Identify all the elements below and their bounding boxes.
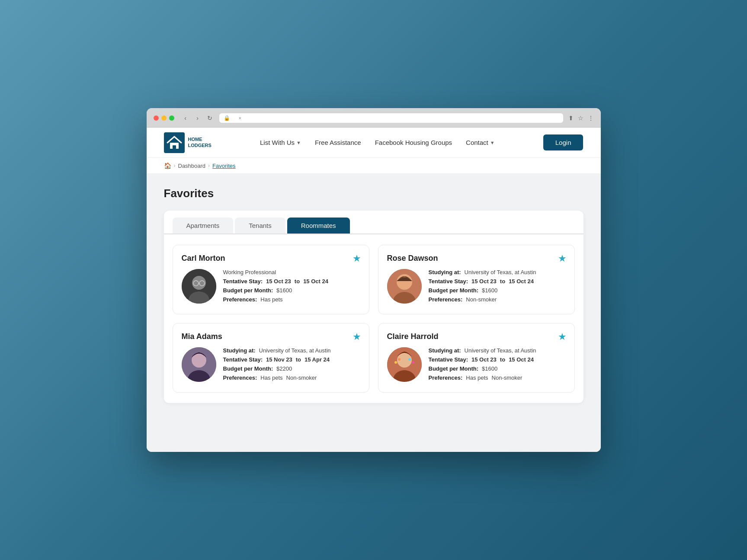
tab-roommates[interactable]: Roommates: [287, 218, 350, 234]
browser-titlebar: ‹ › ↻ 🔒 × ⬆ ☆ ⋮: [147, 108, 601, 128]
logo-area: HOMELODGERS: [164, 132, 212, 153]
lock-icon: 🔒: [224, 115, 230, 121]
favorite-star-claire[interactable]: ★: [558, 331, 567, 342]
minimize-dot[interactable]: [161, 115, 167, 121]
browser-actions: ⬆ ☆ ⋮: [568, 115, 594, 122]
budget-row-mia: Budget per Month: $2200: [223, 365, 360, 372]
card-name-rose: Rose Dawson: [387, 254, 566, 263]
svg-point-4: [192, 276, 206, 290]
nav-links: List With Us ▼ Free Assistance Facebook …: [260, 139, 495, 146]
close-dot[interactable]: [154, 115, 159, 121]
avatar-carl: [182, 269, 216, 304]
page-title: Favorites: [164, 187, 583, 200]
tabs-card: Apartments Tenants Roommates Carl Morton…: [164, 211, 583, 403]
pref-row-mia: Preferences: Has pets Non-smoker: [223, 374, 360, 381]
studying-row-mia: Studying at: University of Texas, at Aus…: [223, 347, 360, 354]
forward-button[interactable]: ›: [193, 115, 202, 122]
nav-facebook-groups[interactable]: Facebook Housing Groups: [375, 139, 452, 146]
logo-text: HOMELODGERS: [188, 137, 212, 148]
bookmark-icon[interactable]: ☆: [578, 115, 583, 122]
login-button[interactable]: Login: [543, 134, 583, 150]
pref-row-carl: Preferences: Has pets: [223, 296, 360, 303]
avatar-claire: [387, 347, 422, 382]
stay-row-mia: Tentative Stay: 15 Nov 23 to 15 Apr 24: [223, 356, 360, 363]
card-details-claire: Studying at: University of Texas, at Aus…: [429, 347, 566, 384]
chevron-down-icon-contact: ▼: [490, 140, 495, 145]
nav-free-assistance[interactable]: Free Assistance: [315, 139, 361, 146]
stay-row-rose: Tentative Stay: 15 Oct 23 to 15 Oct 24: [429, 278, 566, 285]
chevron-down-icon: ▼: [296, 140, 301, 145]
tab-tenants[interactable]: Tenants: [235, 218, 285, 234]
roommate-card-claire: Claire Harrold ★: [378, 323, 575, 393]
budget-row-rose: Budget per Month: $1600: [429, 287, 566, 294]
pref-non-smoker-mia: Non-smoker: [286, 374, 317, 381]
maximize-dot[interactable]: [169, 115, 174, 121]
roommate-card-mia: Mia Adams ★: [173, 323, 369, 393]
browser-controls: ‹ › ↻: [181, 115, 214, 122]
pref-has-pets-mia: Has pets: [260, 374, 282, 381]
working-professional-row: Working Professional: [223, 269, 360, 275]
breadcrumb-favorites[interactable]: Favorites: [212, 163, 235, 169]
pref-row-claire: Preferences: Has pets Non-smoker: [429, 374, 566, 381]
breadcrumb-chevron-1: ›: [174, 163, 176, 169]
svg-point-19: [398, 358, 401, 361]
roommate-card-rose: Rose Dawson ★: [378, 245, 575, 314]
nav-list-with-us[interactable]: List With Us ▼: [260, 139, 301, 146]
card-body-mia: Studying at: University of Texas, at Aus…: [182, 347, 360, 384]
pref-has-pets-carl: Has pets: [260, 296, 282, 303]
navbar: HOMELODGERS List With Us ▼ Free Assistan…: [147, 128, 601, 158]
page-content: HOMELODGERS List With Us ▼ Free Assistan…: [147, 128, 601, 452]
favorite-star-rose[interactable]: ★: [558, 253, 567, 264]
reload-button[interactable]: ↻: [205, 115, 214, 122]
card-name-carl: Carl Morton: [182, 254, 360, 263]
budget-row-carl: Budget per Month: $1600: [223, 287, 360, 294]
card-details-rose: Studying at: University of Texas, at Aus…: [429, 269, 566, 305]
browser-window: ‹ › ↻ 🔒 × ⬆ ☆ ⋮ HOMELODGERS: [147, 108, 601, 452]
svg-point-20: [408, 358, 411, 361]
svg-rect-2: [173, 145, 176, 149]
favorite-star-mia[interactable]: ★: [353, 331, 361, 342]
pref-non-smoker-rose: Non-smoker: [466, 296, 497, 303]
pref-row-rose: Preferences: Non-smoker: [429, 296, 566, 303]
breadcrumb-dashboard[interactable]: Dashboard: [178, 163, 206, 169]
card-body-rose: Studying at: University of Texas, at Aus…: [387, 269, 566, 305]
back-button[interactable]: ‹: [181, 115, 190, 122]
roommate-card-carl: Carl Morton ★: [173, 245, 369, 314]
card-name-mia: Mia Adams: [182, 332, 360, 341]
favorite-star-carl[interactable]: ★: [353, 253, 361, 264]
svg-point-21: [412, 361, 414, 364]
breadcrumb-chevron-2: ›: [208, 163, 210, 169]
tabs-header: Apartments Tenants Roommates: [164, 211, 583, 234]
nav-contact[interactable]: Contact ▼: [466, 139, 495, 146]
card-details-mia: Studying at: University of Texas, at Aus…: [223, 347, 360, 384]
svg-point-18: [394, 361, 397, 364]
main-content: Favorites Apartments Tenants Roommates C…: [147, 174, 601, 420]
logo-icon: [164, 132, 185, 153]
browser-dots: [154, 115, 174, 121]
tab-apartments[interactable]: Apartments: [173, 218, 234, 234]
cards-grid: Carl Morton ★: [164, 234, 583, 403]
pref-non-smoker-claire: Non-smoker: [492, 374, 523, 381]
stay-row-claire: Tentative Stay: 15 Oct 23 to 15 Oct 24: [429, 356, 566, 363]
breadcrumb: 🏠 › Dashboard › Favorites: [147, 158, 601, 174]
budget-row-claire: Budget per Month: $1600: [429, 365, 566, 372]
stay-row-carl: Tentative Stay: 15 Oct 23 to 15 Oct 24: [223, 278, 360, 285]
card-body-carl: Working Professional Tentative Stay: 15 …: [182, 269, 360, 305]
studying-row-rose: Studying at: University of Texas, at Aus…: [429, 269, 566, 275]
card-details-carl: Working Professional Tentative Stay: 15 …: [223, 269, 360, 305]
address-bar[interactable]: 🔒 ×: [219, 113, 563, 123]
home-icon[interactable]: 🏠: [164, 162, 171, 169]
avatar-mia: [182, 347, 216, 382]
card-name-claire: Claire Harrold: [387, 332, 566, 341]
avatar-rose: [387, 269, 422, 304]
close-tab-button[interactable]: ×: [239, 115, 241, 121]
studying-row-claire: Studying at: University of Texas, at Aus…: [429, 347, 566, 354]
pref-has-pets-claire: Has pets: [466, 374, 488, 381]
tabs-card-outer: Apartments Tenants Roommates Carl Morton…: [164, 211, 583, 403]
card-body-claire: Studying at: University of Texas, at Aus…: [387, 347, 566, 384]
share-icon[interactable]: ⬆: [568, 115, 574, 122]
menu-icon[interactable]: ⋮: [588, 115, 594, 122]
